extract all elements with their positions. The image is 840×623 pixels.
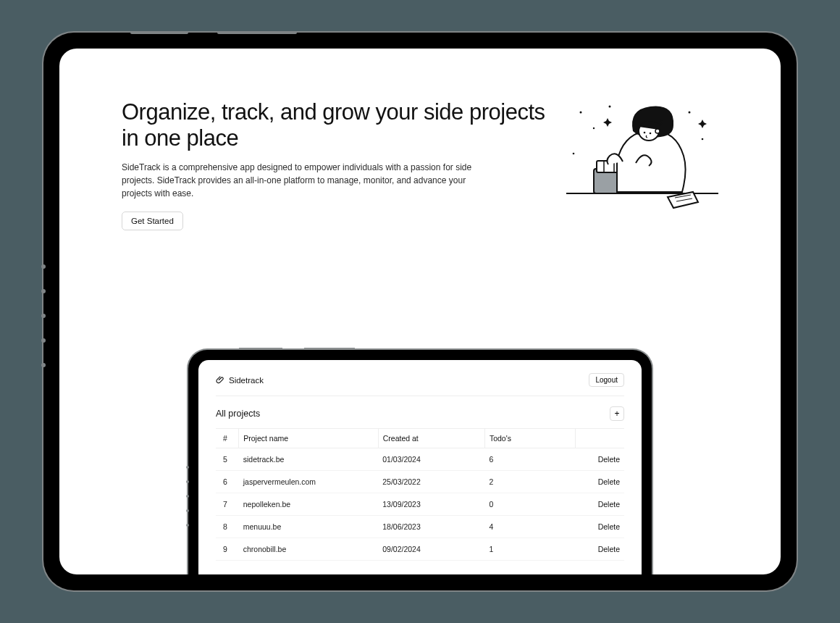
svg-point-1 xyxy=(593,127,595,129)
table-row[interactable]: 7nepolleken.be13/09/20230Delete xyxy=(216,493,624,516)
cell-name: menuuu.be xyxy=(239,516,379,538)
svg-point-5 xyxy=(573,153,575,155)
svg-point-18 xyxy=(644,132,646,134)
add-project-button[interactable]: + xyxy=(610,406,624,421)
cell-todos: 0 xyxy=(484,493,575,516)
svg-point-19 xyxy=(650,133,652,135)
outer-tablet-frame: Organize, track, and grow your side proj… xyxy=(43,33,797,590)
hero-text: Organize, track, and grow your side proj… xyxy=(122,99,552,230)
delete-button[interactable]: Delete xyxy=(598,477,620,486)
cell-num: 8 xyxy=(216,516,239,538)
cell-num: 6 xyxy=(216,471,239,493)
projects-table: # Project name Created at Todo's 5sidetr… xyxy=(216,428,624,561)
cell-todos: 2 xyxy=(484,471,575,493)
inner-tablet-wrap: Sidetrack Logout All projects + # Projec… xyxy=(188,350,652,574)
tablet-buttons xyxy=(41,264,46,367)
inner-tablet-frame: Sidetrack Logout All projects + # Projec… xyxy=(188,350,652,574)
inner-tablet-notch xyxy=(304,348,355,350)
table-row[interactable]: 5sidetrack.be01/03/20246Delete xyxy=(216,448,624,471)
hero-section: Organize, track, and grow your side proj… xyxy=(122,99,718,230)
cell-created: 09/02/2024 xyxy=(378,538,484,561)
table-row[interactable]: 8menuuu.be18/06/20234Delete xyxy=(216,516,624,538)
logout-button[interactable]: Logout xyxy=(589,373,624,387)
hero-title: Organize, track, and grow your side proj… xyxy=(122,99,552,151)
svg-point-4 xyxy=(702,138,704,141)
person-filing-icon xyxy=(566,99,718,230)
delete-button[interactable]: Delete xyxy=(598,545,620,553)
cell-num: 7 xyxy=(216,493,239,516)
app-brand[interactable]: Sidetrack xyxy=(216,375,264,385)
cell-created: 13/09/2023 xyxy=(378,493,484,516)
cell-todos: 6 xyxy=(484,448,575,471)
outer-screen: Organize, track, and grow your side proj… xyxy=(59,49,781,574)
inner-tablet-buttons xyxy=(186,466,189,527)
tablet-notch xyxy=(217,31,297,34)
cell-num: 9 xyxy=(216,538,239,561)
col-todos: Todo's xyxy=(484,429,575,448)
cell-created: 25/03/2022 xyxy=(378,471,484,493)
svg-point-2 xyxy=(609,106,611,108)
app-screen: Sidetrack Logout All projects + # Projec… xyxy=(198,360,642,574)
col-num: # xyxy=(216,429,239,448)
cell-num: 5 xyxy=(216,448,239,471)
table-row[interactable]: 6jaspervermeulen.com25/03/20222Delete xyxy=(216,471,624,493)
list-header: All projects + xyxy=(216,406,624,421)
cell-name: sidetrack.be xyxy=(239,448,379,471)
cell-created: 01/03/2024 xyxy=(378,448,484,471)
paperclip-icon xyxy=(216,375,225,385)
svg-point-0 xyxy=(580,112,582,114)
svg-point-17 xyxy=(655,129,660,133)
svg-point-3 xyxy=(689,112,691,114)
hero-description: SideTrack is a comprehensive app designe… xyxy=(122,161,476,200)
cell-todos: 1 xyxy=(484,538,575,561)
list-title: All projects xyxy=(216,409,260,419)
hero-illustration xyxy=(566,99,718,230)
col-created: Created at xyxy=(378,429,484,448)
col-name: Project name xyxy=(239,429,379,448)
brand-label: Sidetrack xyxy=(229,376,264,385)
cell-name: nepolleken.be xyxy=(239,493,379,516)
cell-created: 18/06/2023 xyxy=(378,516,484,538)
get-started-button[interactable]: Get Started xyxy=(122,212,183,230)
tablet-notch xyxy=(130,31,188,34)
app-header: Sidetrack Logout xyxy=(216,373,624,396)
table-row[interactable]: 9chronobill.be09/02/20241Delete xyxy=(216,538,624,561)
cell-todos: 4 xyxy=(484,516,575,538)
delete-button[interactable]: Delete xyxy=(598,500,620,509)
delete-button[interactable]: Delete xyxy=(598,522,620,531)
col-action xyxy=(575,429,624,448)
delete-button[interactable]: Delete xyxy=(598,455,620,464)
cell-name: chronobill.be xyxy=(239,538,379,561)
inner-tablet-notch xyxy=(239,348,282,350)
cell-name: jaspervermeulen.com xyxy=(239,471,379,493)
